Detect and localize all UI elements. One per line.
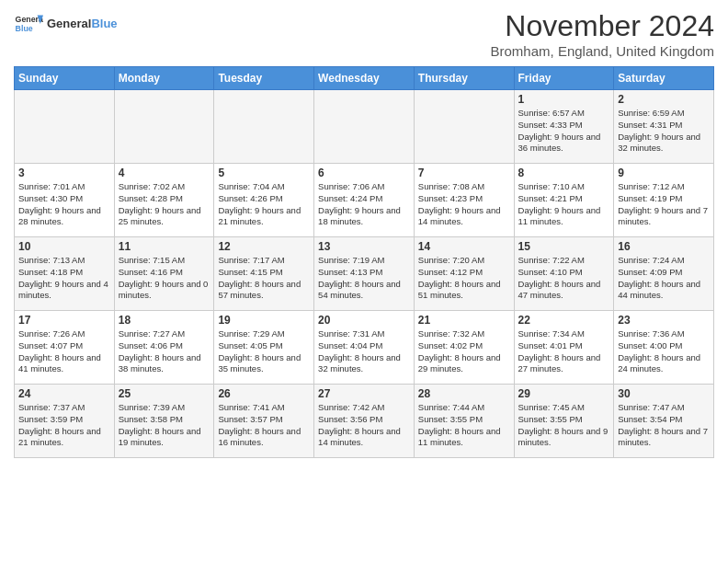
calendar-week-row: 1Sunrise: 6:57 AM Sunset: 4:33 PM Daylig… (15, 90, 714, 164)
day-info: Sunrise: 7:26 AM Sunset: 4:07 PM Dayligh… (18, 328, 110, 375)
day-info: Sunrise: 7:27 AM Sunset: 4:06 PM Dayligh… (119, 328, 210, 375)
table-row (114, 90, 214, 164)
table-row: 16Sunrise: 7:24 AM Sunset: 4:09 PM Dayli… (614, 237, 714, 311)
day-info: Sunrise: 7:12 AM Sunset: 4:19 PM Dayligh… (618, 181, 710, 228)
table-row: 13Sunrise: 7:19 AM Sunset: 4:13 PM Dayli… (314, 237, 415, 311)
day-info: Sunrise: 7:04 AM Sunset: 4:26 PM Dayligh… (218, 181, 310, 228)
calendar-week-row: 24Sunrise: 7:37 AM Sunset: 3:59 PM Dayli… (15, 385, 714, 458)
day-number: 3 (18, 167, 110, 179)
day-number: 7 (418, 167, 510, 179)
table-row: 7Sunrise: 7:08 AM Sunset: 4:23 PM Daylig… (414, 164, 514, 237)
calendar-week-row: 17Sunrise: 7:26 AM Sunset: 4:07 PM Dayli… (15, 311, 714, 385)
day-info: Sunrise: 7:06 AM Sunset: 4:24 PM Dayligh… (318, 181, 410, 228)
page-header: General Blue GeneralBlue November 2024 B… (14, 9, 714, 59)
day-number: 15 (518, 240, 610, 253)
day-number: 8 (518, 167, 610, 179)
logo-icon: General Blue (14, 9, 43, 39)
day-number: 6 (318, 167, 410, 179)
table-row: 5Sunrise: 7:04 AM Sunset: 4:26 PM Daylig… (214, 164, 314, 237)
table-row: 22Sunrise: 7:34 AM Sunset: 4:01 PM Dayli… (514, 311, 614, 385)
day-info: Sunrise: 6:57 AM Sunset: 4:33 PM Dayligh… (518, 108, 610, 155)
day-info: Sunrise: 7:36 AM Sunset: 4:00 PM Dayligh… (618, 328, 710, 375)
day-number: 27 (318, 387, 410, 400)
day-info: Sunrise: 6:59 AM Sunset: 4:31 PM Dayligh… (618, 108, 710, 155)
day-number: 14 (418, 240, 510, 253)
table-row: 9Sunrise: 7:12 AM Sunset: 4:19 PM Daylig… (614, 164, 714, 237)
table-row: 24Sunrise: 7:37 AM Sunset: 3:59 PM Dayli… (15, 385, 115, 458)
table-row: 28Sunrise: 7:44 AM Sunset: 3:55 PM Dayli… (414, 385, 514, 458)
day-info: Sunrise: 7:10 AM Sunset: 4:21 PM Dayligh… (518, 181, 610, 228)
table-row: 29Sunrise: 7:45 AM Sunset: 3:55 PM Dayli… (514, 385, 614, 458)
logo-general: General (47, 17, 91, 30)
logo-blue: Blue (91, 17, 117, 30)
day-info: Sunrise: 7:08 AM Sunset: 4:23 PM Dayligh… (418, 181, 510, 228)
day-info: Sunrise: 7:29 AM Sunset: 4:05 PM Dayligh… (218, 328, 310, 375)
title-block: November 2024 Bromham, England, United K… (491, 9, 714, 59)
day-info: Sunrise: 7:13 AM Sunset: 4:18 PM Dayligh… (18, 255, 110, 302)
day-number: 29 (518, 387, 610, 400)
table-row: 4Sunrise: 7:02 AM Sunset: 4:28 PM Daylig… (114, 164, 214, 237)
day-info: Sunrise: 7:01 AM Sunset: 4:30 PM Dayligh… (18, 181, 110, 228)
header-friday: Friday (514, 67, 614, 90)
table-row: 19Sunrise: 7:29 AM Sunset: 4:05 PM Dayli… (214, 311, 314, 385)
calendar-table: Sunday Monday Tuesday Wednesday Thursday… (14, 66, 714, 458)
day-info: Sunrise: 7:15 AM Sunset: 4:16 PM Dayligh… (119, 255, 210, 302)
day-number: 21 (418, 314, 510, 327)
logo: General Blue GeneralBlue (14, 9, 118, 39)
day-info: Sunrise: 7:17 AM Sunset: 4:15 PM Dayligh… (218, 255, 310, 302)
table-row: 1Sunrise: 6:57 AM Sunset: 4:33 PM Daylig… (514, 90, 614, 164)
calendar-week-row: 10Sunrise: 7:13 AM Sunset: 4:18 PM Dayli… (15, 237, 714, 311)
day-info: Sunrise: 7:34 AM Sunset: 4:01 PM Dayligh… (518, 328, 610, 375)
table-row: 20Sunrise: 7:31 AM Sunset: 4:04 PM Dayli… (314, 311, 415, 385)
table-row: 15Sunrise: 7:22 AM Sunset: 4:10 PM Dayli… (514, 237, 614, 311)
day-number: 2 (618, 93, 710, 106)
day-number: 23 (618, 314, 710, 327)
day-info: Sunrise: 7:47 AM Sunset: 3:54 PM Dayligh… (618, 402, 710, 449)
day-info: Sunrise: 7:19 AM Sunset: 4:13 PM Dayligh… (318, 255, 410, 302)
day-info: Sunrise: 7:41 AM Sunset: 3:57 PM Dayligh… (218, 402, 310, 449)
header-thursday: Thursday (414, 67, 514, 90)
table-row: 6Sunrise: 7:06 AM Sunset: 4:24 PM Daylig… (314, 164, 415, 237)
table-row: 11Sunrise: 7:15 AM Sunset: 4:16 PM Dayli… (114, 237, 214, 311)
day-number: 25 (119, 387, 210, 400)
day-number: 4 (119, 167, 210, 179)
day-info: Sunrise: 7:42 AM Sunset: 3:56 PM Dayligh… (318, 402, 410, 449)
day-info: Sunrise: 7:24 AM Sunset: 4:09 PM Dayligh… (618, 255, 710, 302)
table-row: 18Sunrise: 7:27 AM Sunset: 4:06 PM Dayli… (114, 311, 214, 385)
day-number: 28 (418, 387, 510, 400)
table-row: 14Sunrise: 7:20 AM Sunset: 4:12 PM Dayli… (414, 237, 514, 311)
header-tuesday: Tuesday (214, 67, 314, 90)
day-number: 9 (618, 167, 710, 179)
day-number: 18 (119, 314, 210, 327)
table-row: 17Sunrise: 7:26 AM Sunset: 4:07 PM Dayli… (15, 311, 115, 385)
location-subtitle: Bromham, England, United Kingdom (491, 43, 714, 59)
table-row: 26Sunrise: 7:41 AM Sunset: 3:57 PM Dayli… (214, 385, 314, 458)
day-number: 12 (218, 240, 310, 253)
day-number: 19 (218, 314, 310, 327)
table-row: 23Sunrise: 7:36 AM Sunset: 4:00 PM Dayli… (614, 311, 714, 385)
header-sunday: Sunday (15, 67, 115, 90)
month-title: November 2024 (491, 9, 714, 43)
table-row: 12Sunrise: 7:17 AM Sunset: 4:15 PM Dayli… (214, 237, 314, 311)
day-number: 10 (18, 240, 110, 253)
table-row: 10Sunrise: 7:13 AM Sunset: 4:18 PM Dayli… (15, 237, 115, 311)
table-row: 3Sunrise: 7:01 AM Sunset: 4:30 PM Daylig… (15, 164, 115, 237)
day-number: 16 (618, 240, 710, 253)
table-row (314, 90, 415, 164)
day-info: Sunrise: 7:44 AM Sunset: 3:55 PM Dayligh… (418, 402, 510, 449)
day-number: 30 (618, 387, 710, 400)
header-saturday: Saturday (614, 67, 714, 90)
table-row (15, 90, 115, 164)
day-number: 26 (218, 387, 310, 400)
table-row: 30Sunrise: 7:47 AM Sunset: 3:54 PM Dayli… (614, 385, 714, 458)
day-info: Sunrise: 7:32 AM Sunset: 4:02 PM Dayligh… (418, 328, 510, 375)
day-info: Sunrise: 7:20 AM Sunset: 4:12 PM Dayligh… (418, 255, 510, 302)
day-info: Sunrise: 7:31 AM Sunset: 4:04 PM Dayligh… (318, 328, 410, 375)
day-number: 24 (18, 387, 110, 400)
table-row (214, 90, 314, 164)
day-number: 13 (318, 240, 410, 253)
table-row: 27Sunrise: 7:42 AM Sunset: 3:56 PM Dayli… (314, 385, 415, 458)
day-info: Sunrise: 7:39 AM Sunset: 3:58 PM Dayligh… (119, 402, 210, 449)
day-number: 20 (318, 314, 410, 327)
day-info: Sunrise: 7:37 AM Sunset: 3:59 PM Dayligh… (18, 402, 110, 449)
